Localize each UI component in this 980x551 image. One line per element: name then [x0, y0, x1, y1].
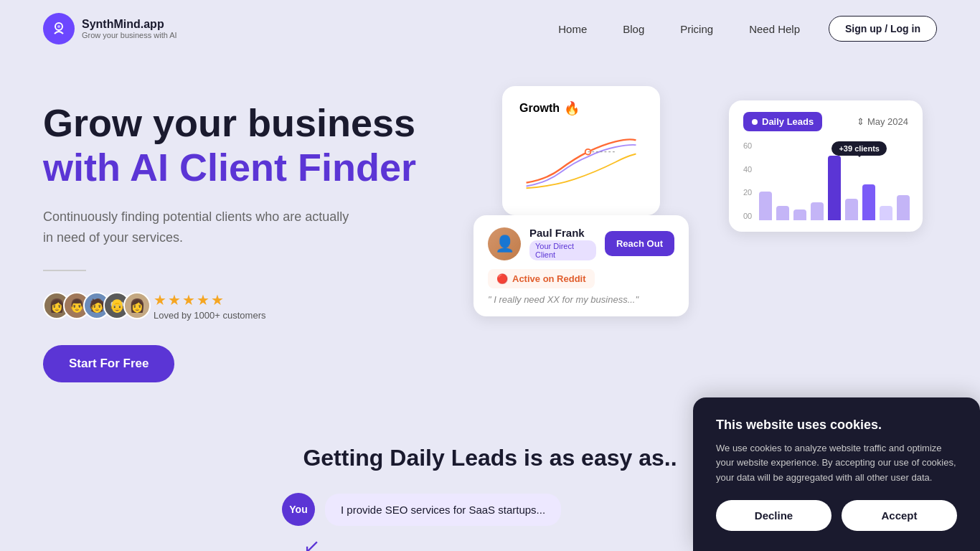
arrow-down: ↙: [282, 534, 698, 551]
avatar-stack: 👩 👨 🧑 👴 👩: [43, 292, 143, 319]
bar-0: [759, 192, 772, 220]
leads-date: ⇕ May 2024: [857, 116, 908, 127]
bar-7: [880, 206, 892, 220]
stars-label: Loved by 1000+ customers: [154, 310, 265, 321]
stars: ★★★★★: [154, 291, 265, 309]
growth-card: Growth 🔥: [502, 86, 660, 215]
cookie-text: We use cookies to analyze website traffi…: [716, 441, 957, 486]
nav-link-help[interactable]: Need Help: [749, 23, 800, 35]
leads-date-label: May 2024: [867, 116, 908, 127]
leads-dot: [752, 119, 758, 125]
hero-left: Grow your business with AI Client Finder…: [43, 86, 459, 416]
nav-link-pricing[interactable]: Pricing: [680, 23, 713, 35]
divider: [43, 270, 86, 271]
growth-title: Growth 🔥: [519, 100, 643, 116]
platform-badge: 🔴 Active on Reddit: [488, 269, 595, 288]
hero-title: Grow your business with AI Client Finder: [43, 100, 459, 189]
growth-label: Growth: [519, 102, 560, 115]
hero-title-accent: with AI Client Finder: [43, 146, 416, 189]
nav-link-blog[interactable]: Blog: [623, 23, 644, 35]
logo-name: SynthMind.app: [82, 18, 177, 31]
hero-section: Grow your business with AI Client Finder…: [0, 57, 980, 416]
you-bubble: I provide SEO services for SaaS startups…: [325, 494, 561, 526]
cookie-decline-button[interactable]: Decline: [716, 500, 831, 531]
avatar-5: 👩: [123, 292, 151, 319]
client-quote: " I really need XX for my business...": [488, 294, 674, 305]
client-avatar: 👤: [488, 227, 521, 260]
y-label-20: 20: [743, 188, 752, 197]
cookie-banner: This website uses cookies. We use cookie…: [693, 397, 980, 551]
navbar: SynthMind.app Grow your business with AI…: [0, 0, 980, 57]
signup-login-button[interactable]: Sign up / Log in: [829, 16, 937, 42]
logo-area: SynthMind.app Grow your business with AI: [43, 13, 177, 44]
client-info: Paul Frank Your Direct Client: [529, 227, 596, 260]
cookie-title: This website uses cookies.: [716, 418, 957, 433]
cookie-buttons: Decline Accept: [716, 500, 957, 531]
reach-out-button-card[interactable]: Reach Out: [605, 231, 674, 256]
you-avatar: You: [282, 493, 315, 526]
bar-8: [897, 195, 910, 220]
nav-link-home[interactable]: Home: [558, 23, 587, 35]
client-name: Paul Frank: [529, 227, 596, 239]
leads-tab-label: Daily Leads: [762, 116, 814, 127]
hero-title-plain: Grow your business: [43, 101, 415, 144]
growth-chart: [519, 126, 643, 198]
hero-right: Growth 🔥 Daily Leads ⇕ May 2024: [459, 86, 937, 416]
bar-5: [845, 199, 858, 220]
fire-icon: 🔥: [564, 100, 580, 116]
svg-point-1: [57, 25, 60, 28]
platform-label: Active on Reddit: [512, 273, 586, 284]
logo-icon: [43, 13, 75, 44]
nav-links: Home Blog Pricing Need Help: [558, 23, 800, 35]
y-label-60: 60: [743, 141, 752, 150]
client-card: 👤 Paul Frank Your Direct Client Reach Ou…: [473, 215, 689, 316]
leads-chart-area: +39 clients 60 40 20 00: [743, 141, 908, 220]
bar-3: [811, 202, 824, 220]
hero-subtitle: Continuously finding potential clients w…: [43, 207, 352, 248]
logo-sub: Grow your business with AI: [82, 31, 177, 39]
logo-text: SynthMind.app Grow your business with AI: [82, 18, 177, 39]
you-row: You I provide SEO services for SaaS star…: [282, 493, 698, 526]
y-label-00: 00: [743, 212, 752, 220]
bar-1: [776, 206, 789, 220]
leads-y-labels: 60 40 20 00: [743, 141, 752, 220]
bar-2: [793, 209, 806, 220]
chat-demo: You I provide SEO services for SaaS star…: [282, 493, 698, 551]
leads-header: Daily Leads ⇕ May 2024: [743, 112, 908, 131]
daily-leads-card: Daily Leads ⇕ May 2024 +39 clients 60 40…: [729, 100, 923, 232]
leads-tab: Daily Leads: [743, 112, 822, 131]
y-label-40: 40: [743, 165, 752, 174]
reddit-icon: 🔴: [496, 273, 508, 284]
bar-4: [828, 156, 841, 220]
client-badge: Your Direct Client: [529, 240, 596, 260]
client-top: 👤 Paul Frank Your Direct Client Reach Ou…: [488, 227, 674, 260]
bar-6: [862, 184, 875, 220]
leads-tooltip: +39 clients: [831, 141, 887, 156]
stars-block: ★★★★★ Loved by 1000+ customers: [154, 291, 265, 321]
avatars-row: 👩 👨 🧑 👴 👩 ★★★★★ Loved by 1000+ customers: [43, 291, 459, 321]
start-for-free-button[interactable]: Start For Free: [43, 345, 174, 382]
cookie-accept-button[interactable]: Accept: [842, 500, 957, 531]
